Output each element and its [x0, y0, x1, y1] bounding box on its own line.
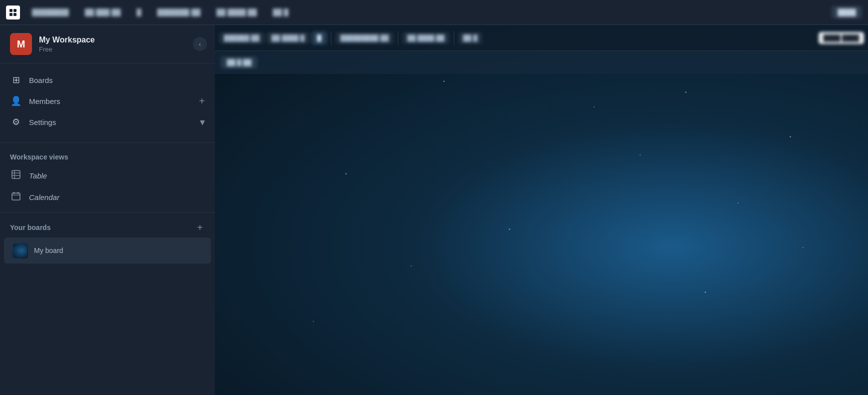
topbar-active-button[interactable]: ████ [832, 6, 862, 18]
content-toolbar: ██████ ██ ██ ████ █ █ █████████ ██ ██ ██… [215, 25, 868, 51]
topbar-item-2[interactable]: ██ ███ ██ [81, 6, 125, 18]
toolbar-separator-2 [398, 31, 398, 45]
svg-rect-2 [9, 13, 12, 16]
topbar-item-3[interactable]: █ [132, 6, 145, 18]
top-bar: ████████ ██ ███ ██ █ ███████ ██ ██ ████ … [0, 0, 868, 25]
workspace-avatar: M [10, 33, 32, 55]
your-boards-title: Your boards [10, 224, 50, 232]
workspace-name: My Workspace [39, 36, 186, 44]
content-secondary-toolbar: ██ █ ██ [215, 51, 868, 74]
workspace-plan: Free [39, 46, 186, 53]
toolbar-separator-3 [454, 31, 454, 45]
svg-rect-3 [13, 13, 16, 16]
svg-rect-4 [12, 170, 20, 178]
divider-2 [0, 212, 215, 212]
toolbar-btn-5[interactable]: ██ ████ ██ [402, 32, 450, 44]
table-icon [10, 170, 22, 182]
topbar-item-5[interactable]: ██ ████ ██ [212, 6, 261, 18]
workspace-views-header: Workspace views [0, 147, 215, 165]
sidebar-item-calendar[interactable]: Calendar [0, 186, 215, 208]
toolbar-btn-2[interactable]: ██ ████ █ [266, 32, 309, 44]
workspace-info: My Workspace Free [39, 36, 186, 53]
topbar-item-4[interactable]: ███████ ██ [153, 6, 205, 18]
svg-rect-8 [12, 193, 20, 200]
calendar-icon [10, 192, 22, 203]
collapse-sidebar-button[interactable]: ‹ [193, 37, 207, 51]
workspace-header: M My Workspace Free ‹ [0, 25, 215, 64]
boards-label: Boards [29, 76, 205, 84]
toolbar-btn-7[interactable]: ████ ████ [819, 32, 864, 44]
content-area: ██████ ██ ██ ████ █ █ █████████ ██ ██ ██… [215, 25, 868, 395]
svg-rect-1 [13, 9, 16, 12]
toolbar-btn-3[interactable]: █ [312, 32, 327, 44]
members-add-icon[interactable]: + [199, 96, 205, 106]
sidebar-nav: ⊞ Boards 👤 Members + ⚙ Settings ▾ [0, 64, 215, 138]
members-icon: 👤 [10, 96, 22, 106]
starfield [215, 25, 868, 395]
members-label: Members [29, 97, 192, 106]
boards-icon: ⊞ [10, 74, 22, 86]
calendar-label: Calendar [29, 193, 59, 202]
sidebar-item-settings[interactable]: ⚙ Settings ▾ [0, 112, 215, 132]
topbar-item-6[interactable]: ██ █ [269, 6, 292, 18]
board-thumbnail [12, 242, 28, 258]
secondary-btn-1[interactable]: ██ █ ██ [221, 56, 257, 68]
table-label: Table [29, 172, 47, 180]
toolbar-btn-4[interactable]: █████████ ██ [335, 32, 394, 44]
settings-label: Settings [29, 118, 193, 126]
sidebar-item-members[interactable]: 👤 Members + [0, 90, 215, 112]
toolbar-separator [331, 31, 331, 45]
sidebar-item-table[interactable]: Table [0, 165, 215, 186]
board-item-my-board[interactable]: My board [4, 238, 211, 264]
your-boards-header: Your boards + [0, 216, 215, 236]
svg-rect-0 [9, 9, 12, 12]
add-board-button[interactable]: + [195, 222, 205, 232]
board-name: My board [34, 246, 203, 254]
topbar-item-1[interactable]: ████████ [28, 6, 73, 18]
settings-icon: ⚙ [10, 116, 22, 128]
board-thumbnail-image [13, 244, 27, 258]
sidebar: M My Workspace Free ‹ ⊞ Boards 👤 Members… [0, 25, 215, 395]
sidebar-item-boards[interactable]: ⊞ Boards [0, 70, 215, 90]
app-logo [6, 6, 20, 20]
toolbar-btn-6[interactable]: ██ █ [458, 32, 483, 44]
workspace-views-title: Workspace views [10, 153, 68, 161]
divider-1 [0, 142, 215, 143]
main-layout: M My Workspace Free ‹ ⊞ Boards 👤 Members… [0, 25, 868, 395]
toolbar-btn-1[interactable]: ██████ ██ [219, 32, 264, 44]
settings-chevron-icon: ▾ [200, 117, 205, 127]
